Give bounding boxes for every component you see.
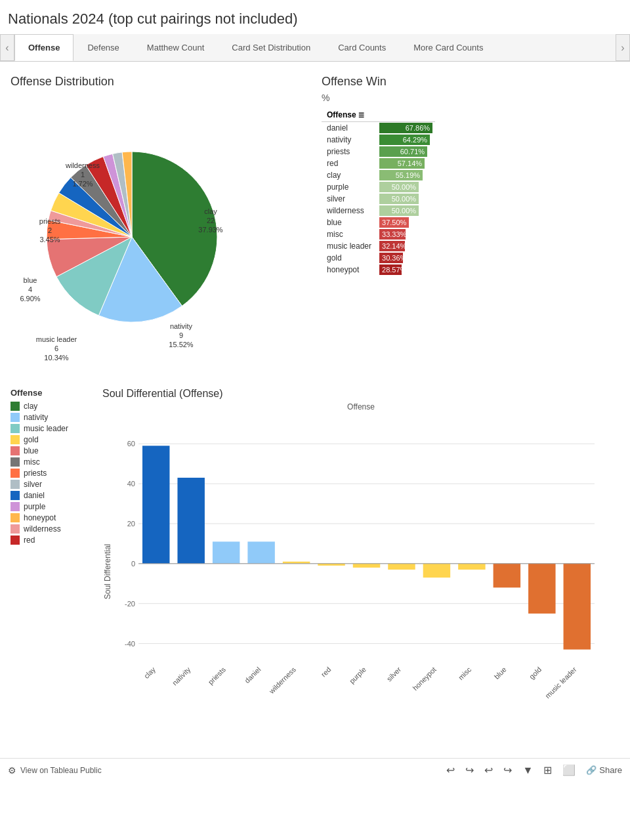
pie-label: 1 bbox=[81, 171, 85, 178]
legend-label: silver bbox=[24, 480, 42, 489]
pie-label: 22 bbox=[207, 217, 215, 224]
pie-label: music leader bbox=[36, 335, 77, 343]
bar bbox=[564, 564, 591, 650]
tab-matthew-count[interactable]: Matthew Count bbox=[133, 34, 218, 61]
legend-item: priests bbox=[10, 469, 96, 478]
win-row-bar: 50.00% bbox=[377, 181, 435, 193]
win-row-label: nativity bbox=[322, 134, 377, 146]
legend-label: clay bbox=[24, 402, 37, 411]
legend-label: wilderness bbox=[24, 524, 61, 534]
offense-win-title: Offense Win bbox=[322, 75, 620, 89]
forward-icon[interactable]: ↪ bbox=[503, 764, 512, 776]
win-row-bar: 50.00% bbox=[377, 205, 435, 217]
nav-tabs: ‹ OffenseDefenseMatthew CountCard Set Di… bbox=[0, 34, 630, 62]
bar-label: misc bbox=[457, 665, 473, 682]
legend-swatch bbox=[10, 413, 20, 422]
legend-swatch bbox=[10, 435, 20, 444]
table-row: wilderness50.00% bbox=[322, 205, 435, 217]
svg-text:40: 40 bbox=[127, 480, 135, 488]
table-row: gold30.36% bbox=[322, 252, 435, 264]
win-row-bar: 50.00% bbox=[377, 193, 435, 205]
tableau-icon: ⚙ bbox=[8, 765, 16, 776]
win-row-bar: 60.71% bbox=[377, 146, 435, 158]
win-row-label: clay bbox=[322, 169, 377, 181]
bar-label: nativity bbox=[171, 665, 192, 687]
legend-swatch bbox=[10, 457, 20, 467]
table-row: blue37.50% bbox=[322, 217, 435, 228]
tableau-label: View on Tableau Public bbox=[20, 766, 102, 775]
svg-text:20: 20 bbox=[127, 520, 135, 528]
reset-icon[interactable]: ↩ bbox=[484, 764, 493, 776]
win-row-label: daniel bbox=[322, 122, 377, 135]
win-row-label: silver bbox=[322, 193, 377, 205]
expand-icon[interactable]: ⬜ bbox=[562, 764, 576, 776]
legend-swatch bbox=[10, 446, 20, 455]
legend-label: red bbox=[24, 536, 35, 545]
svg-text:60: 60 bbox=[127, 440, 135, 448]
legend-item: gold bbox=[10, 435, 96, 444]
pie-label: 4 bbox=[28, 285, 32, 293]
bar-label: purple bbox=[348, 665, 368, 685]
legend-swatch bbox=[10, 502, 20, 511]
win-col-offense: Offense ☰ bbox=[322, 108, 377, 122]
redo-icon[interactable]: ↪ bbox=[465, 764, 474, 776]
legend-label: honeypot bbox=[24, 513, 56, 522]
win-row-label: honeypot bbox=[322, 264, 377, 276]
svg-text:-40: -40 bbox=[125, 640, 135, 648]
bar bbox=[458, 564, 485, 570]
table-row: purple50.00% bbox=[322, 181, 435, 193]
bar-label: music leader bbox=[543, 665, 578, 700]
tab-offense[interactable]: Offense bbox=[14, 34, 74, 61]
pie-label: priests bbox=[39, 217, 61, 225]
table-row: red57.14% bbox=[322, 158, 435, 169]
undo-icon[interactable]: ↩ bbox=[446, 764, 455, 776]
nav-arrow-left[interactable]: ‹ bbox=[0, 34, 14, 61]
pie-label: 37.93% bbox=[198, 226, 223, 234]
legend-item: red bbox=[10, 536, 96, 545]
legend-item: daniel bbox=[10, 491, 96, 500]
share-icon: 🔗 bbox=[586, 765, 597, 775]
tab-more-card-counts[interactable]: More Card Counts bbox=[400, 34, 497, 61]
legend-label: gold bbox=[24, 435, 39, 444]
tab-card-counts[interactable]: Card Counts bbox=[324, 34, 400, 61]
bar-label: silver bbox=[385, 665, 403, 683]
pie-label: clay bbox=[204, 207, 217, 215]
table-row: daniel67.86% bbox=[322, 122, 435, 135]
svg-text:0: 0 bbox=[131, 560, 135, 568]
bar-label: blue bbox=[493, 665, 508, 681]
legend-swatch bbox=[10, 536, 20, 545]
settings-icon[interactable]: ⊞ bbox=[543, 764, 552, 776]
win-row-bar: 55.19% bbox=[377, 169, 435, 181]
legend-item: music leader bbox=[10, 424, 96, 433]
tab-defense[interactable]: Defense bbox=[74, 34, 133, 61]
share-button[interactable]: 🔗 Share bbox=[586, 765, 622, 775]
legend-label: daniel bbox=[24, 491, 45, 500]
bar bbox=[423, 564, 450, 578]
bar bbox=[388, 564, 415, 570]
pie-label: 15.52% bbox=[169, 341, 194, 348]
bar-chart-title: Soul Differential (Offense) bbox=[102, 388, 620, 400]
legend-label: misc bbox=[24, 457, 40, 467]
bar bbox=[494, 564, 520, 588]
win-row-label: priests bbox=[322, 146, 377, 158]
legend-item: nativity bbox=[10, 413, 96, 422]
pie-chart: clay2237.93%nativity915.52%music leader6… bbox=[10, 93, 247, 368]
tableau-link[interactable]: ⚙ View on Tableau Public bbox=[8, 765, 102, 776]
table-row: clay55.19% bbox=[322, 169, 435, 181]
win-row-bar: 37.50% bbox=[377, 217, 435, 228]
legend-label: nativity bbox=[24, 413, 48, 422]
bar bbox=[353, 564, 380, 568]
table-row: nativity64.29% bbox=[322, 134, 435, 146]
legend-swatch bbox=[10, 424, 20, 433]
pie-label: 6.90% bbox=[20, 295, 40, 303]
nav-arrow-right[interactable]: › bbox=[616, 34, 630, 61]
win-row-bar: 33.33% bbox=[377, 228, 435, 240]
bar bbox=[528, 564, 555, 614]
dropdown-icon[interactable]: ▼ bbox=[522, 765, 533, 776]
tab-card-set-distribution[interactable]: Card Set Distribution bbox=[218, 34, 324, 61]
table-row: misc33.33% bbox=[322, 228, 435, 240]
pie-label: blue bbox=[24, 276, 37, 284]
pie-label: nativity bbox=[170, 322, 193, 330]
pie-label: 6 bbox=[54, 345, 58, 352]
legend-swatch bbox=[10, 469, 20, 478]
